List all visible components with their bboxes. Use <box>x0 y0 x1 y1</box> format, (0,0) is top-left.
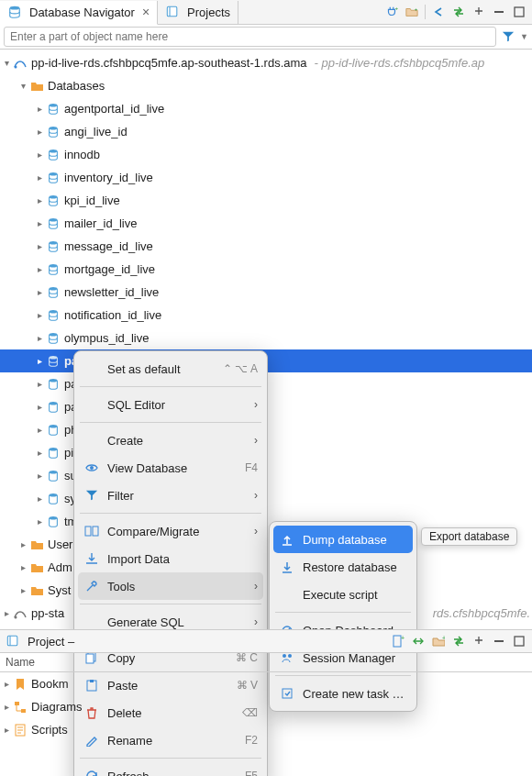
databases-folder[interactable]: ▾ Databases <box>0 74 532 97</box>
tab-projects[interactable]: Projects <box>158 1 238 24</box>
column-header[interactable]: Name <box>0 653 532 672</box>
submenu-execute-script[interactable]: Execute script <box>270 581 416 608</box>
database-node[interactable]: ▸message_id_live <box>0 235 532 258</box>
new-folder-icon[interactable]: + <box>431 634 446 649</box>
menu-import[interactable]: Import Data <box>74 545 267 572</box>
database-node[interactable]: ▸innodb <box>0 143 532 166</box>
svg-point-23 <box>50 447 58 450</box>
import-icon <box>83 550 100 567</box>
project-item[interactable]: ▸Bookm <box>0 672 532 695</box>
menu-refresh[interactable]: RefreshF5 <box>74 762 267 776</box>
svg-point-24 <box>50 470 58 473</box>
svg-rect-29 <box>85 527 91 536</box>
database-node[interactable]: ▸kpi_id_live <box>0 189 532 212</box>
expander-closed-icon[interactable]: ▸ <box>33 402 46 412</box>
expander-closed-icon[interactable]: ▸ <box>33 150 46 160</box>
connection-node[interactable]: ▾ pp-id-live-rds.cfshbpcq5mfe.ap-southea… <box>0 51 532 74</box>
expander-closed-icon[interactable]: ▸ <box>33 310 46 320</box>
expander-closed-icon[interactable]: ▸ <box>0 608 13 618</box>
new-file-icon[interactable]: + <box>391 634 405 649</box>
database-node[interactable]: ▸mortgage_id_live <box>0 258 532 281</box>
database-node[interactable]: ▸mailer_id_live <box>0 212 532 235</box>
arrow-swap-icon[interactable] <box>451 5 466 19</box>
expander-closed-icon[interactable]: ▸ <box>33 516 46 527</box>
tools-icon <box>83 578 100 594</box>
folder-icon <box>165 5 180 19</box>
svg-rect-6 <box>515 7 524 17</box>
svg-rect-39 <box>7 636 17 646</box>
arrow-swap-icon[interactable] <box>451 634 466 649</box>
menu-filter[interactable]: Filter› <box>74 482 267 509</box>
refresh-icon <box>83 768 100 776</box>
menu-view-database[interactable]: View DatabaseF4 <box>74 454 267 482</box>
database-icon <box>46 423 61 438</box>
tab-database-navigator[interactable]: Database Navigator × <box>0 1 158 25</box>
maximize-icon[interactable] <box>512 5 526 19</box>
expander-closed-icon[interactable]: ▸ <box>33 127 46 137</box>
database-node[interactable]: ▸agentportal_id_live <box>0 97 532 120</box>
expander-closed-icon[interactable]: ▸ <box>33 287 46 297</box>
database-node[interactable]: ▸newsletter_id_live <box>0 281 532 304</box>
minimize-icon[interactable] <box>492 634 506 649</box>
expander-closed-icon[interactable]: ▸ <box>0 702 13 712</box>
expander-closed-icon[interactable]: ▸ <box>33 195 46 205</box>
database-label: kpi_id_live <box>64 194 120 207</box>
expander-closed-icon[interactable]: ▸ <box>33 264 46 274</box>
expander-closed-icon[interactable]: ▸ <box>33 356 46 366</box>
expander-closed-icon[interactable]: ▸ <box>33 425 46 435</box>
plug-icon[interactable]: + <box>384 5 399 19</box>
expander-open-icon[interactable]: ▾ <box>17 81 29 91</box>
expander-closed-icon[interactable]: ▸ <box>33 493 46 504</box>
filter-funnel-icon[interactable] <box>500 28 516 45</box>
search-input[interactable] <box>4 27 496 47</box>
collapse-icon[interactable] <box>471 5 486 19</box>
maximize-icon[interactable] <box>512 634 526 649</box>
project-item[interactable]: ▸Scripts <box>0 718 532 741</box>
expander-closed-icon[interactable]: ▸ <box>17 539 29 549</box>
svg-rect-40 <box>10 636 11 646</box>
menu-create[interactable]: Create› <box>74 427 267 454</box>
expander-closed-icon[interactable]: ▸ <box>17 585 29 595</box>
menu-compare[interactable]: Compare/Migrate› <box>74 517 267 545</box>
database-node[interactable]: ▸inventory_id_live <box>0 166 532 189</box>
new-folder-icon[interactable]: + <box>405 5 419 19</box>
arrow-left-icon[interactable] <box>431 5 446 19</box>
chevron-down-icon[interactable]: ▼ <box>520 32 528 41</box>
expander-closed-icon[interactable]: ▸ <box>33 241 46 251</box>
database-node[interactable]: ▸olympus_id_live <box>0 327 532 349</box>
collapse-icon[interactable] <box>471 634 486 649</box>
submenu-dump-database[interactable]: Dump database <box>273 526 413 553</box>
expander-closed-icon[interactable]: ▸ <box>17 562 29 572</box>
expander-closed-icon[interactable]: ▸ <box>33 172 46 183</box>
svg-rect-41 <box>393 636 401 647</box>
database-label: newsletter_id_live <box>64 285 159 299</box>
expander-closed-icon[interactable]: ▸ <box>33 218 46 228</box>
svg-rect-30 <box>93 527 98 536</box>
svg-rect-5 <box>494 11 504 13</box>
connection-info: - pp-id-live-rds.cfshbpcq5mfe.ap <box>315 56 485 70</box>
expander-open-icon[interactable]: ▾ <box>0 58 13 68</box>
menu-set-default[interactable]: Set as default⌃ ⌥ A <box>74 355 267 382</box>
menu-sql-editor[interactable]: SQL Editor› <box>74 391 267 418</box>
menu-tools[interactable]: Tools› <box>78 572 263 600</box>
submenu-restore-database[interactable]: Restore database <box>270 553 416 581</box>
panel-title: Project – <box>28 635 74 649</box>
database-node[interactable]: ▸angi_live_id <box>0 120 532 143</box>
expander-closed-icon[interactable]: ▸ <box>33 104 46 114</box>
expander-closed-icon[interactable]: ▸ <box>33 471 46 481</box>
project-item[interactable]: ▸Diagrams <box>0 695 532 718</box>
svg-text:+: + <box>401 635 405 641</box>
expander-closed-icon[interactable]: ▸ <box>33 379 46 389</box>
close-icon[interactable]: × <box>142 5 150 19</box>
database-icon <box>46 171 61 185</box>
expander-closed-icon[interactable]: ▸ <box>0 725 13 735</box>
expander-closed-icon[interactable]: ▸ <box>0 679 13 689</box>
database-node[interactable]: ▸notification_id_live <box>0 304 532 327</box>
expander-closed-icon[interactable]: ▸ <box>33 333 46 343</box>
svg-point-22 <box>50 424 58 427</box>
minimize-icon[interactable] <box>492 5 506 19</box>
expander-closed-icon[interactable]: ▸ <box>33 448 46 458</box>
svg-rect-46 <box>15 702 19 705</box>
chevron-right-icon: › <box>254 398 258 411</box>
link-icon[interactable] <box>411 634 426 649</box>
